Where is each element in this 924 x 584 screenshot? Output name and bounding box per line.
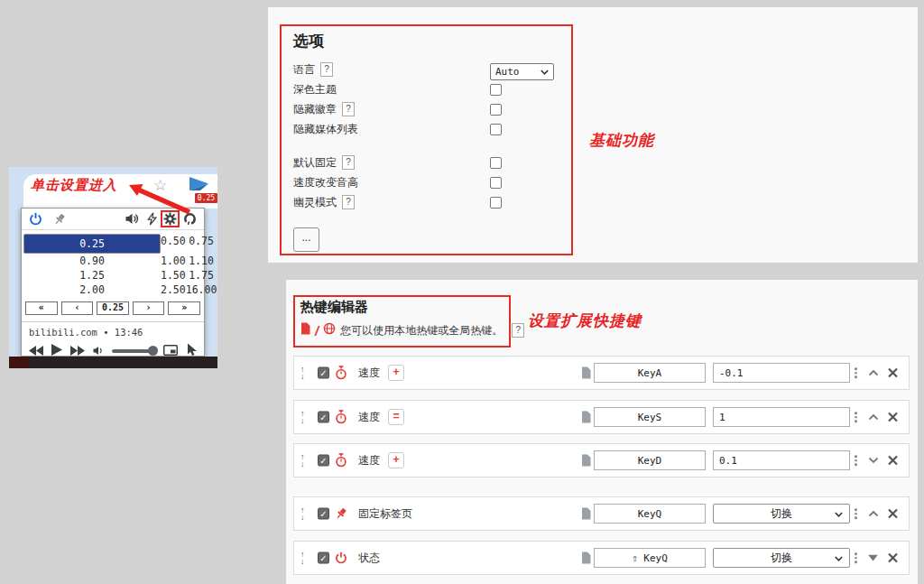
action-select[interactable]: 切换 <box>713 504 850 524</box>
option-label: 隐藏媒体列表 <box>293 122 358 137</box>
kebab-menu-icon[interactable] <box>855 455 857 466</box>
speed-cell[interactable]: 2.50 <box>161 283 186 297</box>
speed-cell[interactable]: 1.75 <box>186 268 217 283</box>
volume-slider[interactable] <box>112 349 155 353</box>
key-input[interactable] <box>594 548 706 568</box>
kebab-menu-icon[interactable] <box>855 508 857 519</box>
speed-step-back-button[interactable]: ‹ <box>61 301 94 315</box>
option-label: 默认固定 <box>293 155 337 171</box>
key-input[interactable] <box>594 504 706 524</box>
speed-cell-selected[interactable]: 0.25 <box>23 234 161 254</box>
power-icon[interactable] <box>29 212 42 226</box>
options-panel: 选项 语言 ? 深色主题 隐藏徽章 ? 隐藏媒体列表 默认固定 ? 速度改变音高… <box>268 7 918 263</box>
hide-media-list-checkbox[interactable] <box>490 124 502 135</box>
hotkey-enabled-checkbox[interactable]: ✓ <box>318 552 329 564</box>
pin-icon[interactable] <box>53 213 66 226</box>
speed-step-forward-fast-button[interactable]: » <box>168 301 200 315</box>
file-icon[interactable] <box>300 322 310 338</box>
help-icon[interactable]: ? <box>342 195 355 209</box>
value-input[interactable] <box>713 363 850 383</box>
hotkey-label: 速度 <box>358 410 380 425</box>
language-select-value: Auto <box>495 66 541 78</box>
file-icon[interactable] <box>581 366 591 379</box>
action-select[interactable]: 切换 <box>713 548 850 568</box>
file-icon[interactable] <box>581 552 591 564</box>
speed-cell[interactable]: 1.50 <box>161 268 186 283</box>
action-select-value: 切换 <box>771 506 792 522</box>
speed-cell[interactable]: 16.00 <box>186 283 217 297</box>
hotkey-enabled-checkbox[interactable]: ✓ <box>318 455 329 467</box>
key-input[interactable] <box>594 450 706 470</box>
globe-icon[interactable] <box>323 322 336 338</box>
file-icon[interactable] <box>581 454 591 467</box>
chevron-down-icon[interactable] <box>868 457 879 464</box>
annotation-set-shortcuts: 设置扩展快捷键 <box>528 311 642 331</box>
key-input[interactable] <box>594 363 706 383</box>
drag-handle[interactable]: ↑↓ <box>300 366 305 380</box>
help-icon[interactable]: ? <box>320 62 333 77</box>
drag-handle[interactable]: ↑↓ <box>300 506 305 521</box>
close-icon[interactable] <box>887 552 899 564</box>
speed-cell[interactable]: 0.75 <box>186 234 217 248</box>
speed-cell[interactable]: 1.10 <box>186 254 217 268</box>
help-icon[interactable]: ? <box>342 155 355 170</box>
page-video-strip <box>9 357 217 368</box>
speed-current-button[interactable]: 0.25 <box>97 301 129 315</box>
speed-cell[interactable]: 2.00 <box>23 283 161 297</box>
value-input[interactable] <box>713 450 850 470</box>
triangle-down-icon[interactable] <box>868 555 878 561</box>
speed-cell[interactable]: 1.00 <box>161 254 186 268</box>
speed-step-back-fast-button[interactable]: « <box>25 301 58 315</box>
file-icon[interactable] <box>581 507 591 520</box>
drag-handle[interactable]: ↑↓ <box>300 410 305 424</box>
hotkey-enabled-checkbox[interactable]: ✓ <box>318 412 329 423</box>
value-input[interactable] <box>713 407 850 427</box>
browser-screenshot-block: ☆ 0.25 单击设置进入 <box>9 167 217 368</box>
close-icon[interactable] <box>887 412 899 423</box>
option-row-hide-media-list: 隐藏媒体列表 <box>293 121 358 137</box>
hotkey-enabled-checkbox[interactable]: ✓ <box>318 367 329 379</box>
move-down-icon[interactable]: ↓ <box>300 514 305 521</box>
hotkey-enabled-checkbox[interactable]: ✓ <box>318 508 329 520</box>
move-down-icon[interactable]: ↓ <box>300 558 305 565</box>
option-row-language: 语言 ? <box>293 61 333 78</box>
move-down-icon[interactable]: ↓ <box>300 460 305 468</box>
dark-theme-checkbox[interactable] <box>490 84 502 96</box>
move-down-icon[interactable]: ↓ <box>300 373 305 380</box>
close-icon[interactable] <box>887 508 899 520</box>
kebab-menu-icon[interactable] <box>855 367 857 378</box>
pin-default-checkbox[interactable] <box>490 157 502 169</box>
ghost-mode-checkbox[interactable] <box>490 197 502 209</box>
hide-badge-checkbox[interactable] <box>490 104 502 116</box>
help-icon[interactable]: ? <box>512 323 524 338</box>
help-icon[interactable]: ? <box>342 102 355 116</box>
close-icon[interactable] <box>887 455 899 467</box>
drag-handle[interactable]: ↑↓ <box>300 551 305 565</box>
annotation-basic-features: 基础功能 <box>589 130 654 151</box>
more-options-button[interactable]: ... <box>293 227 319 252</box>
op-add-button[interactable]: + <box>388 365 404 381</box>
file-icon[interactable] <box>581 411 591 423</box>
chevron-up-icon[interactable] <box>868 413 879 421</box>
stopwatch-icon <box>335 366 347 380</box>
chevron-up-icon[interactable] <box>868 510 879 517</box>
option-row-dark-theme: 深色主题 <box>293 81 337 97</box>
chevron-down-icon <box>835 512 843 517</box>
speed-pitch-checkbox[interactable] <box>490 177 502 189</box>
volume-slider-knob[interactable] <box>148 346 158 356</box>
key-input[interactable] <box>594 407 706 427</box>
chevron-up-icon[interactable] <box>868 369 879 376</box>
speed-step-forward-button[interactable]: › <box>133 301 165 315</box>
language-select[interactable]: Auto <box>490 63 554 80</box>
kebab-menu-icon[interactable] <box>855 552 857 563</box>
speed-cell[interactable]: 0.50 <box>161 234 186 248</box>
move-down-icon[interactable]: ↓ <box>300 417 305 424</box>
chevron-down-icon <box>541 70 549 75</box>
speed-cell[interactable]: 0.90 <box>23 254 161 268</box>
speed-cell[interactable]: 1.25 <box>23 268 161 283</box>
drag-handle[interactable]: ↑↓ <box>300 453 305 468</box>
kebab-menu-icon[interactable] <box>855 412 857 422</box>
close-icon[interactable] <box>887 367 899 379</box>
op-equals-button[interactable]: = <box>388 409 404 425</box>
op-add-button[interactable]: + <box>388 452 404 468</box>
